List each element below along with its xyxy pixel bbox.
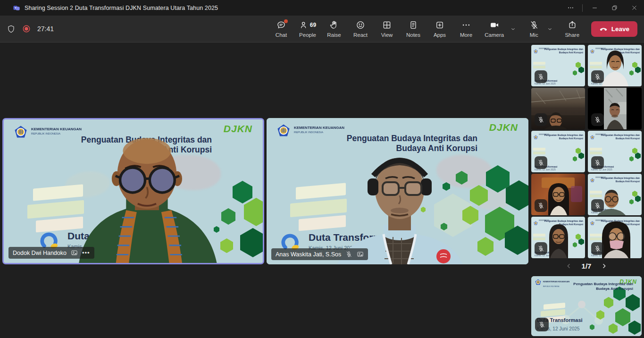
share-icon	[568, 20, 577, 30]
view-button[interactable]: View	[374, 16, 400, 42]
raise-hand-button[interactable]: Raise	[321, 16, 347, 42]
participant-thumbnail[interactable]: Penguatan Budaya Integritas danBudaya An…	[588, 174, 642, 215]
page-indicator: 1/7	[582, 262, 592, 270]
people-icon	[299, 20, 309, 30]
raise-label: Raise	[327, 32, 341, 38]
people-label: People	[299, 32, 316, 38]
raise-hand-icon	[329, 20, 339, 30]
more-button[interactable]: More	[453, 16, 479, 42]
kemenkeu-logo	[534, 133, 538, 137]
window-title: Sharing Session 2 Duta Transformasi DJKN…	[25, 5, 218, 11]
mic-button[interactable]: Mic	[523, 16, 545, 42]
close-icon	[631, 4, 638, 11]
camera-button[interactable]: Camera	[481, 16, 508, 42]
leave-button[interactable]: Leave	[591, 21, 637, 37]
mic-off-icon	[535, 199, 547, 212]
mic-label: Mic	[530, 32, 538, 38]
titlebar-divider	[582, 4, 583, 12]
participant-thumbnail[interactable]: Penguatan Budaya Integritas danBudaya An…	[588, 217, 642, 258]
slide-title: Penguatan Budaya Integritas danBudaya An…	[543, 282, 633, 291]
people-count: 69	[310, 22, 316, 28]
kemenkeu-logo	[534, 47, 538, 51]
chevron-right-icon[interactable]	[601, 262, 608, 270]
meeting-timer: 27:41	[37, 25, 54, 33]
apps-icon	[435, 20, 444, 30]
video-tile-anas[interactable]: KEMENTERIAN KEUANGAN REPUBLIK INDONESIA …	[267, 118, 528, 264]
chat-label: Chat	[276, 32, 287, 38]
chat-button[interactable]: Chat	[268, 16, 294, 42]
participant-thumbnail[interactable]	[588, 88, 642, 129]
share-label: Share	[565, 32, 579, 38]
view-label: View	[381, 32, 393, 38]
notes-icon	[409, 20, 418, 30]
share-button[interactable]: Share	[560, 16, 585, 42]
mic-off-icon	[535, 113, 547, 126]
svg-text:T: T	[15, 7, 17, 9]
teams-window: T Sharing Session 2 Duta Transformasi DJ…	[0, 0, 644, 338]
recording-indicator-icon	[22, 25, 31, 33]
participant-thumbnail[interactable]	[531, 174, 585, 215]
camera-label: Camera	[485, 32, 504, 38]
thumbnail-pagination: 1/7	[531, 259, 642, 273]
mic-off-icon	[535, 242, 547, 255]
mic-off-icon	[591, 156, 604, 169]
participant-thumbnail[interactable]: Penguatan Budaya Integritas danBudaya An…	[531, 131, 585, 172]
close-button[interactable]	[624, 0, 644, 16]
participant-video-anas	[267, 118, 528, 264]
camera-icon	[490, 20, 499, 30]
name-label-dodok: Dodok Dwi Handoko •••	[8, 247, 94, 259]
minimize-icon	[591, 4, 598, 11]
title-bar: T Sharing Session 2 Duta Transformasi DJ…	[0, 0, 644, 16]
participant-thumbnail[interactable]	[531, 88, 585, 129]
teams-icon: T	[13, 4, 20, 12]
apps-button[interactable]: Apps	[427, 16, 453, 42]
meeting-toolbar: 27:41 Chat 69 People Raise React View	[0, 16, 644, 42]
notes-label: Notes	[406, 32, 420, 38]
mic-off-icon	[535, 318, 549, 331]
camera-options-button[interactable]	[508, 19, 519, 38]
participant-video-dodok	[4, 119, 263, 263]
leave-label: Leave	[611, 25, 629, 33]
mic-off-icon	[591, 70, 604, 83]
hexagon-decoration	[585, 287, 642, 336]
window-more-button[interactable]	[560, 0, 580, 16]
participant-thumbnail[interactable]: Penguatan Budaya Integritas danBudaya An…	[531, 45, 585, 86]
minimize-button[interactable]	[585, 0, 604, 16]
mic-off-icon	[591, 113, 604, 126]
people-button[interactable]: 69 People	[294, 16, 321, 42]
participant-video	[604, 88, 627, 129]
chevron-left-icon[interactable]	[565, 262, 572, 270]
chat-notification-dot	[284, 19, 288, 23]
kemenkeu-logo	[535, 279, 541, 285]
apps-label: Apps	[434, 32, 446, 38]
react-label: React	[353, 32, 368, 38]
restore-button[interactable]	[604, 0, 624, 16]
leave-phone-icon	[599, 25, 608, 33]
name-label-anas: Anas Waskita Jati, S.Sos	[271, 248, 368, 260]
react-button[interactable]: React	[347, 16, 374, 42]
notes-button[interactable]: Notes	[400, 16, 427, 42]
mic-off-icon	[345, 251, 352, 258]
view-icon	[382, 20, 392, 30]
mic-off-icon	[591, 242, 604, 255]
react-icon	[356, 20, 365, 30]
window-more-icon	[567, 4, 574, 11]
kemenkeu-logo	[590, 133, 594, 137]
mic-off-icon	[535, 156, 547, 169]
video-tile-dodok[interactable]: KEMENTERIAN KEUANGAN REPUBLIK INDONESIA …	[2, 118, 264, 264]
more-label: More	[460, 32, 472, 38]
more-icon	[461, 20, 471, 30]
participant-more-options-button[interactable]: •••	[82, 251, 90, 255]
pin-icon	[71, 249, 78, 256]
participant-thumbnail[interactable]: Penguatan Budaya Integritas danBudaya An…	[588, 131, 642, 172]
participant-thumbnail[interactable]: Penguatan Budaya Integritas danBudaya An…	[531, 217, 585, 258]
mic-off-icon	[529, 20, 539, 30]
mic-options-button[interactable]	[545, 19, 555, 38]
participant-name: Dodok Dwi Handoko	[13, 250, 67, 256]
self-view-tile[interactable]: KEMENTERIAN KEUANGAN REPUBLIK INDONESIA …	[531, 276, 642, 336]
participant-thumbnail[interactable]: Penguatan Budaya Integritas danBudaya An…	[588, 45, 642, 86]
chevron-down-icon	[510, 26, 516, 32]
mic-off-icon	[591, 199, 604, 212]
pin-icon	[357, 251, 364, 258]
chevron-down-icon	[547, 26, 553, 32]
